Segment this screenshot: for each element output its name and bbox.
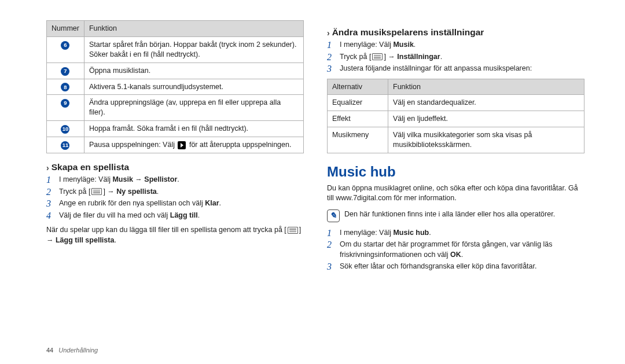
step-item: Tryck på [] → Inställningar. xyxy=(327,52,584,62)
num-badge-10: 10 xyxy=(61,125,69,134)
step-item: I menyläge: Välj Music hub. xyxy=(327,228,584,238)
step-item: Ange en rubrik för den nya spellistan oc… xyxy=(46,198,304,209)
table-row: 10 Hoppa framåt. Söka framåt i en fil (h… xyxy=(47,121,304,137)
table-row: 9 Ändra upprepningsläge (av, upprepa en … xyxy=(47,95,304,121)
page-footer: 44 Underhållning xyxy=(46,347,98,354)
th-funktion: Funktion xyxy=(84,21,303,37)
table-row: 11 Pausa uppspelningen: Välj för att åte… xyxy=(47,137,304,153)
music-hub-desc: Du kan öppna musiklagret online, och sök… xyxy=(327,183,584,204)
menu-icon xyxy=(288,227,298,234)
num-badge-11: 11 xyxy=(61,141,69,150)
table-row: Equalizer Välj en standardequalizer. xyxy=(328,95,584,111)
cell-alt: Equalizer xyxy=(328,95,388,111)
steps-music-hub: I menyläge: Välj Music hub. Om du starta… xyxy=(327,228,584,272)
num-badge-9: 9 xyxy=(61,99,69,108)
chevron-icon: › xyxy=(327,28,330,38)
th-funktion: Funktion xyxy=(388,79,584,95)
table-row: Effekt Välj en ljudeffekt. xyxy=(328,111,584,127)
subhead-settings: ›Ändra musikspelarens inställningar xyxy=(327,27,584,38)
cell-func: Välj en standardequalizer. xyxy=(388,95,584,111)
steps-create-playlist: I menyläge: Välj Musik → Spellistor. Try… xyxy=(46,175,304,220)
step-item: Tryck på [] → Ny spellista. xyxy=(46,187,304,197)
cell-text: Aktivera 5.1-kanals surroundljudsystemet… xyxy=(84,79,303,95)
subhead-create-playlist: ›Skapa en spellista xyxy=(46,162,304,172)
chevron-icon: › xyxy=(46,163,49,172)
cell-alt: Effekt xyxy=(328,111,388,127)
page-number: 44 xyxy=(46,347,53,354)
steps-settings: I menyläge: Välj Musik. Tryck på [] → In… xyxy=(327,40,584,74)
num-badge-6: 6 xyxy=(61,41,69,50)
cell-text: Pausa uppspelningen: Välj för att återup… xyxy=(84,137,303,153)
step-item: I menyläge: Välj Musik. xyxy=(327,40,584,50)
th-nummer: Nummer xyxy=(47,21,84,37)
num-badge-8: 8 xyxy=(61,83,69,91)
cell-text: Ändra upprepningsläge (av, upprepa en fi… xyxy=(84,95,303,121)
th-alternativ: Alternativ xyxy=(328,79,388,95)
table-row: 7 Öppna musiklistan. xyxy=(47,62,304,79)
cell-func: Välj en ljudeffekt. xyxy=(388,111,584,127)
settings-table: Alternativ Funktion Equalizer Välj en st… xyxy=(327,79,584,153)
title-music-hub: Music hub xyxy=(327,164,584,180)
step-item: Om du startar det här programmet för för… xyxy=(327,240,584,260)
num-badge-7: 7 xyxy=(61,67,69,76)
step-item: Sök efter låtar och förhandsgranska elle… xyxy=(327,262,584,272)
section-label: Underhållning xyxy=(58,347,98,354)
table-row: Musikmeny Välj vilka musikkategorier som… xyxy=(328,127,584,153)
note-icon: ✎ xyxy=(327,209,340,222)
function-table: Nummer Funktion 6 Startar spåret från bö… xyxy=(46,20,304,153)
cell-func: Välj vilka musikkategorier som ska visas… xyxy=(388,127,584,153)
table-row: 6 Startar spåret från början. Hoppar bak… xyxy=(47,36,304,62)
step-item: Välj de filer du vill ha med och välj Lä… xyxy=(46,211,304,221)
cell-text: Startar spåret från början. Hoppar bakåt… xyxy=(84,36,303,62)
cell-text: Hoppa framåt. Söka framåt i en fil (håll… xyxy=(84,121,303,137)
step-item: I menyläge: Välj Musik → Spellistor. xyxy=(46,175,304,185)
menu-icon xyxy=(372,53,383,60)
play-icon xyxy=(178,141,186,149)
note-text: Den här funktionen finns inte i alla län… xyxy=(344,209,555,220)
note-add-to-playlist: När du spelar upp kan du lägga till file… xyxy=(46,225,304,245)
cell-text: Öppna musiklistan. xyxy=(84,62,303,79)
note-availability: ✎ Den här funktionen finns inte i alla l… xyxy=(327,209,584,222)
table-row: 8 Aktivera 5.1-kanals surroundljudsystem… xyxy=(47,79,304,95)
cell-alt: Musikmeny xyxy=(328,127,388,153)
menu-icon xyxy=(91,188,102,195)
step-item: Justera följande inställningar för att a… xyxy=(327,64,584,74)
